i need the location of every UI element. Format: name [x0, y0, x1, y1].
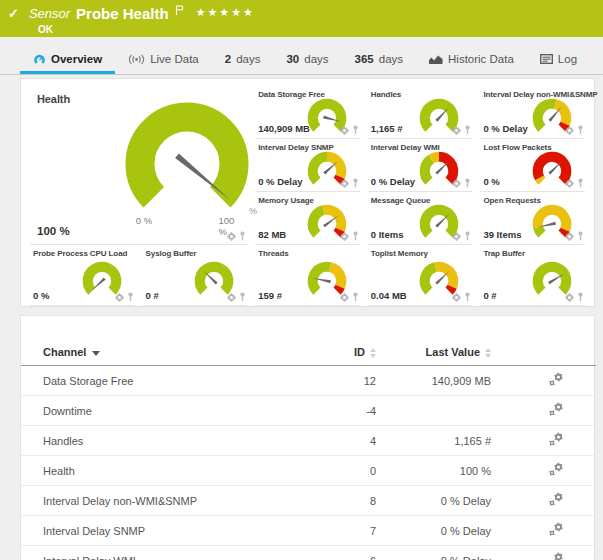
gear-icon[interactable]: [227, 232, 236, 241]
sort-toggle-icon: [485, 348, 491, 358]
tab-365-days[interactable]: 365days: [342, 44, 416, 74]
tab-label: days: [379, 53, 403, 65]
channel-actions-cell: [491, 396, 596, 426]
tab-label: days: [304, 53, 328, 65]
gear-icon[interactable]: [565, 126, 574, 135]
gauge-value: 0 %: [33, 290, 49, 301]
pin-icon[interactable]: [352, 125, 359, 135]
channel-settings-icon[interactable]: [548, 522, 564, 537]
gauge-title: Trap Buffer: [483, 249, 525, 258]
gear-icon[interactable]: [452, 293, 461, 302]
pin-icon[interactable]: [577, 178, 584, 188]
pin-icon[interactable]: [352, 178, 359, 188]
priority-stars[interactable]: ★★★★★: [196, 6, 255, 19]
pin-icon[interactable]: [127, 292, 134, 302]
channels-table-panel: ChannelIDLast Value Data Storage Free121…: [20, 315, 595, 560]
channel-settings-icon[interactable]: [548, 372, 564, 387]
gauge-tile-lost-flow-packets[interactable]: Lost Flow Packets0 %: [480, 139, 585, 192]
tab-label: Overview: [51, 53, 102, 65]
gauge-value: 0 % Delay: [483, 123, 527, 134]
gauge-tile-memory-usage[interactable]: Memory Usage82 MB: [255, 192, 360, 245]
channel-actions-cell: [491, 486, 596, 516]
gear-icon[interactable]: [115, 293, 124, 302]
gauge-tile-interval-delay-snmp[interactable]: Interval Delay SNMP0 % Delay: [255, 139, 360, 192]
gear-icon[interactable]: [565, 293, 574, 302]
channel-name-cell: Health: [21, 456, 291, 486]
gauge-value: 1,165 #: [371, 123, 403, 134]
gauge-needle: [548, 161, 562, 175]
table-row: Interval Delay SNMP70 % Delay: [21, 516, 596, 546]
pin-icon[interactable]: [464, 292, 471, 302]
gauge-chart: %: [92, 84, 282, 244]
channel-actions-cell: [491, 516, 596, 546]
gear-icon[interactable]: [340, 232, 349, 241]
tab-label: days: [236, 53, 260, 65]
table-row: Data Storage Free12140,909 MB: [21, 366, 596, 396]
channel-settings-icon[interactable]: [548, 432, 564, 447]
gauge-tile-health[interactable]: Health%0 %100 %100 %: [30, 86, 247, 245]
channel-settings-icon[interactable]: [548, 462, 564, 477]
pin-icon[interactable]: [464, 231, 471, 241]
gauge-value: 39 Items: [483, 229, 521, 240]
pin-icon[interactable]: [464, 178, 471, 188]
tab-overview[interactable]: Overview: [20, 44, 115, 74]
channel-settings-icon[interactable]: [548, 492, 564, 507]
channel-last-value-cell: 0 % Delay: [376, 546, 491, 560]
column-label: Last Value: [426, 346, 480, 358]
tab-2-days[interactable]: 2days: [212, 44, 274, 74]
column-header-last-value[interactable]: Last Value: [376, 343, 491, 366]
gear-icon[interactable]: [340, 126, 349, 135]
gauge-tile-open-requests[interactable]: Open Requests39 Items: [480, 192, 585, 245]
gear-icon[interactable]: [452, 179, 461, 188]
gear-icon[interactable]: [340, 179, 349, 188]
pin-icon[interactable]: [577, 292, 584, 302]
channel-last-value-cell: [376, 396, 491, 426]
pin-icon[interactable]: [239, 292, 246, 302]
pin-icon[interactable]: [577, 231, 584, 241]
sort-toggle-icon: [370, 348, 376, 358]
tab-label: Historic Data: [448, 53, 514, 65]
gear-icon[interactable]: [340, 293, 349, 302]
tab-label: Live Data: [150, 53, 199, 65]
gauge-tile-toplist-memory[interactable]: Toplist Memory0.04 MB: [368, 245, 473, 306]
page-title: Probe Health: [76, 5, 169, 22]
gear-icon[interactable]: [227, 293, 236, 302]
gear-icon[interactable]: [452, 126, 461, 135]
gear-icon[interactable]: [565, 179, 574, 188]
gauge-tile-threads[interactable]: Threads159 #: [255, 245, 360, 306]
gauge-tile-probe-process-cpu-load[interactable]: Probe Process CPU Load0 %: [30, 245, 135, 306]
gauge-tile-data-storage-free[interactable]: Data Storage Free140,909 MB: [255, 86, 360, 139]
gauge-tile-trap-buffer[interactable]: Trap Buffer0 #: [480, 245, 585, 306]
column-header-id[interactable]: ID: [291, 343, 376, 366]
channel-last-value-cell: 140,909 MB: [376, 366, 491, 396]
channel-name-cell: Handles: [21, 426, 291, 456]
tab-historic-data[interactable]: Historic Data: [416, 44, 527, 74]
column-label: ID: [354, 346, 365, 358]
pin-icon[interactable]: [577, 125, 584, 135]
gauge-value: 0.04 MB: [371, 290, 407, 301]
column-header-channel[interactable]: Channel: [21, 343, 291, 366]
gauge-tile-syslog-buffer[interactable]: Syslog Buffer0 #: [143, 245, 248, 306]
gauge-tile-interval-delay-wmi[interactable]: Interval Delay WMI0 % Delay: [368, 139, 473, 192]
channel-settings-icon[interactable]: [548, 552, 564, 560]
gauge-tile-message-queue[interactable]: Message Queue0 Items: [368, 192, 473, 245]
gauge-tile-handles[interactable]: Handles1,165 #: [368, 86, 473, 139]
pin-icon[interactable]: [464, 125, 471, 135]
gauge-title: Threads: [258, 249, 288, 258]
pin-icon[interactable]: [239, 231, 246, 241]
tab-live-data[interactable]: Live Data: [115, 44, 212, 74]
gauge-value: 0 %: [483, 176, 499, 187]
pin-icon[interactable]: [352, 292, 359, 302]
pin-icon[interactable]: [352, 231, 359, 241]
tab-30-days[interactable]: 30days: [273, 44, 341, 74]
flag-icon[interactable]: [175, 2, 184, 20]
sort-desc-icon: [92, 351, 100, 356]
gear-icon[interactable]: [565, 232, 574, 241]
gauge-tile-interval-delay-non-wmi-snmp[interactable]: Interval Delay non-WMI&SNMP0 % Delay: [480, 86, 585, 139]
channel-settings-icon[interactable]: [548, 402, 564, 417]
tab-log[interactable]: Log: [527, 44, 590, 74]
gauge-needle: [436, 271, 450, 285]
channel-id-cell: 7: [291, 516, 376, 546]
gauge-value: 140,909 MB: [258, 123, 310, 134]
gear-icon[interactable]: [452, 232, 461, 241]
